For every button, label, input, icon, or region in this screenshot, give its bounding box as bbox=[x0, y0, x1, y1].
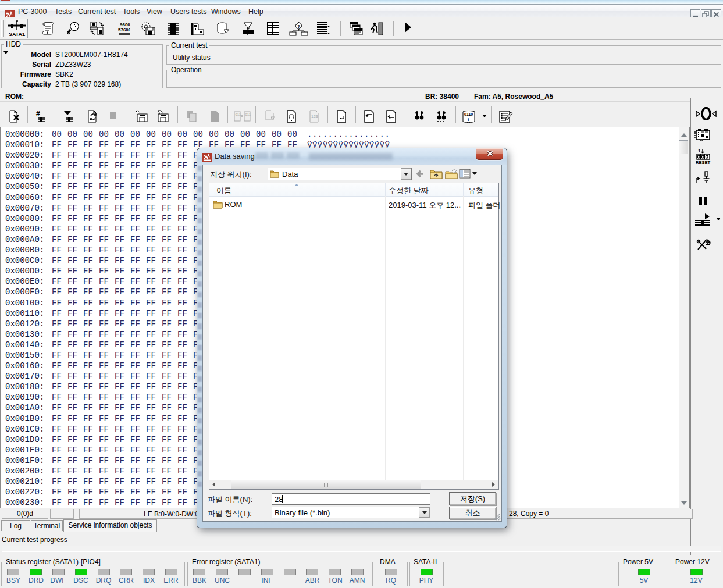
svg-text:RESET: RESET bbox=[696, 160, 710, 165]
svg-text:011: 011 bbox=[245, 113, 251, 116]
svg-text:011: 011 bbox=[236, 113, 241, 116]
svg-text:0110: 0110 bbox=[464, 112, 473, 116]
svg-text:123: 123 bbox=[311, 115, 318, 119]
svg-text:1: 1 bbox=[698, 148, 701, 154]
svg-text:9600: 9600 bbox=[120, 22, 130, 27]
svg-text:?: ? bbox=[297, 24, 300, 29]
svg-text:i: i bbox=[468, 117, 469, 122]
svg-text:#: # bbox=[36, 110, 40, 117]
svg-text:57600: 57600 bbox=[118, 27, 130, 33]
